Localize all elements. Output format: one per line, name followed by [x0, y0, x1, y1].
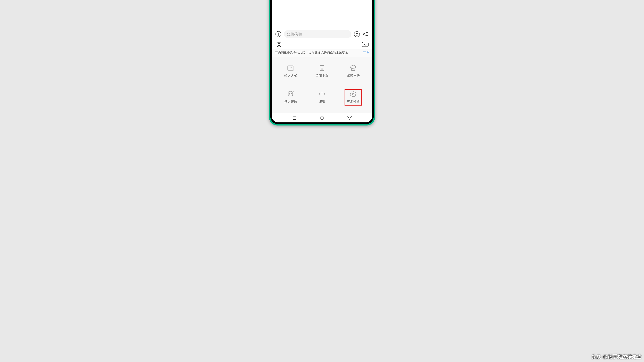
keyboard-settings-grid: 输入方式 1 Q 关闭上滑	[272, 57, 372, 113]
grid-icon	[277, 42, 281, 47]
phone-bezel: 短信/彩信	[270, 0, 374, 124]
watermark: 头条 @玩手机的张先生	[592, 354, 641, 360]
svg-point-18	[352, 93, 354, 95]
grid-item-lazy-phrases[interactable]: z 懒人短语	[275, 86, 306, 108]
circle-icon	[320, 116, 324, 120]
message-input-row: 短信/彩信	[272, 28, 372, 40]
svg-rect-1	[288, 66, 294, 70]
nav-back-button[interactable]	[345, 116, 354, 120]
svg-point-15	[291, 93, 292, 94]
keyboard-menu-button[interactable]	[276, 41, 282, 48]
message-input-placeholder: 短信/彩信	[287, 32, 302, 36]
svg-rect-11	[288, 92, 293, 96]
grid-item-label: 编辑	[319, 99, 325, 104]
svg-text:1: 1	[322, 66, 322, 68]
triangle-icon	[347, 116, 352, 120]
square-icon	[293, 116, 296, 120]
permission-enable-link[interactable]: 开启	[363, 51, 369, 55]
swipe-off-icon: 1 Q	[318, 65, 326, 71]
grid-item-super-skin[interactable]: du 超级皮肤	[338, 60, 369, 82]
watermark-author: @玩手机的张先生	[602, 354, 641, 360]
toolbar-divider	[285, 41, 285, 47]
chevron-down-icon	[364, 42, 367, 45]
settings-icon	[350, 91, 357, 97]
message-input[interactable]: 短信/彩信	[284, 30, 352, 38]
phone-frame: 短信/彩信	[269, 0, 375, 125]
grid-item-label: 关闭上滑	[316, 73, 328, 78]
skin-icon: du	[350, 65, 357, 71]
emoji-button[interactable]	[354, 31, 360, 37]
permission-banner: 开启通讯录和定位权限，以加载通讯录词库和本地词库 开启	[272, 49, 372, 57]
keyboard-icon	[287, 65, 294, 71]
permission-text: 开启通讯录和定位权限，以加载通讯录词库和本地词库	[275, 51, 361, 55]
watermark-logo: 头条	[592, 354, 601, 360]
keyboard-toolbar	[272, 40, 372, 49]
nav-home-button[interactable]	[317, 116, 327, 120]
grid-item-input-method[interactable]: 输入方式	[275, 60, 306, 82]
svg-point-14	[290, 93, 290, 94]
grid-item-label: 超级皮肤	[347, 73, 360, 78]
phone-screen: 短信/彩信	[272, 0, 372, 122]
grid-item-label: 输入方式	[284, 73, 297, 78]
svg-text:Q: Q	[321, 68, 323, 70]
send-button[interactable]	[362, 31, 368, 37]
collapse-keyboard-button[interactable]	[362, 42, 368, 47]
grid-item-more-settings[interactable]: 更多设置	[338, 86, 369, 108]
active-tab-indicator	[277, 47, 280, 49]
lazy-phrase-icon: z	[287, 91, 294, 97]
android-nav-bar	[272, 113, 372, 122]
grid-item-close-swipe[interactable]: 1 Q 关闭上滑	[306, 60, 338, 82]
add-attachment-button[interactable]	[276, 31, 281, 37]
grid-item-label: 更多设置	[347, 100, 360, 104]
svg-text:du: du	[352, 68, 354, 69]
highlight-annotation: 更多设置	[344, 89, 362, 105]
grid-item-edit[interactable]: 编辑	[306, 86, 338, 108]
conversation-area	[272, 0, 372, 28]
nav-recent-button[interactable]	[290, 116, 300, 120]
svg-text:z: z	[293, 91, 294, 93]
edit-cursor-icon	[318, 91, 326, 97]
grid-item-label: 懒人短语	[284, 99, 297, 104]
